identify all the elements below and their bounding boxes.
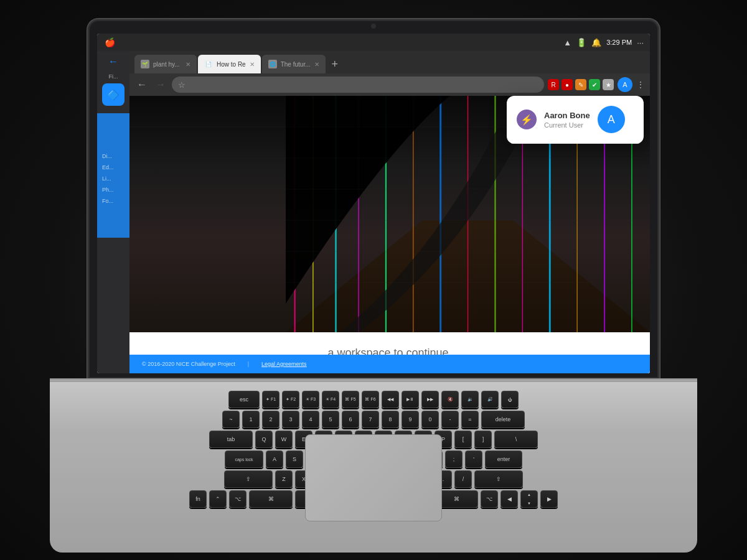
browser-window: 🌱 plant hy... ✕ 📄 How to Re ✕ <box>129 51 650 373</box>
screen-bezel: 🍎 ▲ 🔋 🔔 3:29 PM ··· ← Fi... 🔷 <box>87 19 660 380</box>
key-f11[interactable]: 🔉 <box>461 391 479 408</box>
chrome-profile-avatar[interactable]: A <box>618 77 632 92</box>
key-f5[interactable]: ⌘ F5 <box>342 391 359 408</box>
sidebar-back-button[interactable]: ← <box>97 51 129 72</box>
sidebar-item-di[interactable]: Di... <box>97 151 129 162</box>
apple-logo-icon[interactable]: 🍎 <box>97 37 123 47</box>
key-lbracket[interactable]: [ <box>454 431 472 448</box>
key-7[interactable]: 7 <box>362 411 379 428</box>
keyboard-area: esc ✦ F1 ✦ F2 ☀ F3 ☀ F4 ⌘ F5 ⌘ F6 ◀◀ ▶⏸ … <box>50 378 697 553</box>
key-a[interactable]: A <box>266 450 283 468</box>
key-rshift[interactable]: ⇧ <box>474 470 523 488</box>
macbook-laptop: 🍎 ▲ 🔋 🔔 3:29 PM ··· ← Fi... 🔷 <box>37 19 710 560</box>
address-bar[interactable]: ☆ <box>172 77 544 93</box>
key-semicolon[interactable]: ; <box>445 450 463 468</box>
key-s[interactable]: S <box>286 450 303 468</box>
extension-puzzle-icon[interactable]: ★ <box>603 79 614 90</box>
key-power[interactable]: ⏻ <box>501 391 519 408</box>
key-8[interactable]: 8 <box>382 411 399 428</box>
key-rbracket[interactable]: ] <box>474 431 492 448</box>
sidebar-app-icon[interactable]: 🔷 <box>102 83 125 106</box>
key-f10[interactable]: 🔇 <box>441 391 459 408</box>
sidebar-item-li[interactable]: Li... <box>97 173 129 184</box>
key-0[interactable]: 0 <box>421 411 439 428</box>
footer-divider: | <box>248 361 249 367</box>
key-f4[interactable]: ☀ F4 <box>322 391 339 408</box>
key-3[interactable]: 3 <box>282 411 299 428</box>
tab-future[interactable]: 🌐 The futur... ✕ <box>262 55 326 73</box>
trackpad[interactable] <box>305 434 442 521</box>
key-quote[interactable]: ' <box>465 450 482 468</box>
key-tab[interactable]: tab <box>209 431 253 448</box>
key-9[interactable]: 9 <box>402 411 419 428</box>
key-equals[interactable]: = <box>461 411 479 428</box>
footer-legal-link[interactable]: Legal Agreements <box>261 361 307 367</box>
key-5[interactable]: 5 <box>322 411 339 428</box>
key-f1[interactable]: ✦ F1 <box>262 391 280 408</box>
extension-pencil-icon[interactable]: ✎ <box>575 79 586 90</box>
key-f7[interactable]: ◀◀ <box>382 391 399 408</box>
key-f2[interactable]: ✦ F2 <box>282 391 299 408</box>
sidebar: ← Fi... 🔷 Di... Ed... Li... Ph... Fo... <box>97 51 129 373</box>
key-2[interactable]: 2 <box>262 411 280 428</box>
key-ralt[interactable]: ⌥ <box>481 490 498 508</box>
extension-check-icon[interactable]: ✔ <box>589 79 600 90</box>
key-f6[interactable]: ⌘ F6 <box>362 391 379 408</box>
sidebar-item-fo[interactable]: Fo... <box>97 195 129 207</box>
more-options-icon[interactable]: ··· <box>637 38 644 47</box>
forward-navigation-button: → <box>153 78 168 91</box>
lightning-icon: ⚡ <box>520 114 533 126</box>
key-1[interactable]: 1 <box>242 411 260 428</box>
key-f9[interactable]: ▶▶ <box>421 391 439 408</box>
key-6[interactable]: 6 <box>342 411 359 428</box>
tab1-title: plant hy... <box>153 61 182 68</box>
user-role: Current User <box>544 121 590 129</box>
tab2-close-button[interactable]: ✕ <box>250 61 255 68</box>
tab1-close-button[interactable]: ✕ <box>186 61 190 68</box>
key-z[interactable]: Z <box>275 470 293 488</box>
key-backslash[interactable]: \ <box>494 431 538 448</box>
key-4[interactable]: 4 <box>302 411 319 428</box>
user-name: Aaron Bone <box>544 111 590 120</box>
tab3-close-button[interactable]: ✕ <box>314 61 319 68</box>
tab-how-to-re[interactable]: 📄 How to Re ✕ <box>198 55 261 73</box>
key-updown[interactable]: ▲ ▼ <box>520 490 538 508</box>
key-minus[interactable]: - <box>441 411 459 428</box>
new-tab-button[interactable]: + <box>327 55 344 73</box>
key-ctrl[interactable]: ⌃ <box>209 490 227 508</box>
key-lshift[interactable]: ⇧ <box>224 470 273 488</box>
key-fn[interactable]: fn <box>189 490 207 508</box>
key-lcmd[interactable]: ⌘ <box>249 490 293 508</box>
key-w[interactable]: W <box>275 431 293 448</box>
key-lalt[interactable]: ⌥ <box>229 490 247 508</box>
bookmark-star-icon[interactable]: ☆ <box>178 80 186 90</box>
footer-copyright: © 2016-2020 NICE Challenge Project <box>142 361 235 367</box>
sidebar-nav-items: Di... Ed... Li... Ph... Fo... <box>97 151 129 207</box>
key-right[interactable]: ▶ <box>540 490 558 508</box>
sidebar-item-ph[interactable]: Ph... <box>97 184 129 195</box>
key-enter[interactable]: enter <box>485 450 522 468</box>
tab-plant[interactable]: 🌱 plant hy... ✕ <box>134 55 197 73</box>
chrome-menu-button[interactable]: ⋮ <box>636 80 645 90</box>
key-f3[interactable]: ☀ F3 <box>302 391 319 408</box>
key-f12[interactable]: 🔊 <box>481 391 499 408</box>
tab-bar: 🌱 plant hy... ✕ 📄 How to Re ✕ <box>129 51 650 73</box>
key-delete[interactable]: delete <box>481 411 525 428</box>
tab2-title: How to Re <box>217 61 246 68</box>
key-f8[interactable]: ▶⏸ <box>402 391 419 408</box>
extension-red-icon[interactable]: ● <box>561 79 573 90</box>
back-navigation-button[interactable]: ← <box>134 78 149 91</box>
extension-r-icon[interactable]: R <box>548 79 559 90</box>
user-avatar: A <box>598 106 625 133</box>
key-esc[interactable]: esc <box>228 391 260 408</box>
key-slash[interactable]: / <box>454 470 472 488</box>
sidebar-item-ed[interactable]: Ed... <box>97 162 129 173</box>
battery-icon: 🔋 <box>576 38 586 47</box>
tab3-favicon: 🌐 <box>268 60 277 68</box>
key-tilde[interactable]: ~ <box>222 411 240 428</box>
extension-icons: R ● ✎ ✔ ★ <box>548 79 614 90</box>
key-q[interactable]: Q <box>255 431 273 448</box>
key-capslock[interactable]: caps lock <box>225 450 263 468</box>
tab3-title: The futur... <box>281 61 311 68</box>
key-left[interactable]: ◀ <box>500 490 518 508</box>
